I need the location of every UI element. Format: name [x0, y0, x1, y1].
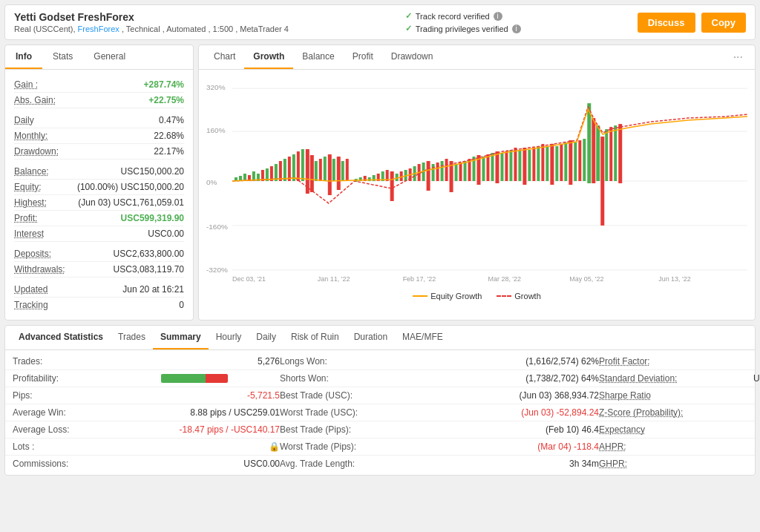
svg-rect-91 — [605, 129, 608, 181]
chart-tabs: Chart Growth Balance Profit Drawdown ··· — [199, 45, 755, 70]
stats-row-4: Average Win: 8.88 pips / USC259.01 Worst… — [5, 404, 755, 421]
tab-summary[interactable]: Summary — [153, 326, 209, 349]
copy-button[interactable]: Copy — [701, 13, 747, 33]
svg-rect-75 — [532, 148, 535, 181]
tab-general[interactable]: General — [83, 45, 136, 69]
longs-won-value: (1,616/2,574) 62% — [451, 356, 599, 367]
best-trade-usc-label: Best Trade (USC): — [280, 390, 451, 401]
svg-text:-160%: -160% — [206, 223, 228, 231]
tab-stats[interactable]: Stats — [42, 45, 83, 69]
svg-rect-53 — [432, 164, 435, 181]
svg-rect-80 — [555, 146, 558, 181]
svg-rect-67 — [495, 151, 499, 183]
svg-rect-73 — [522, 148, 526, 185]
svg-rect-55 — [441, 161, 444, 181]
svg-rect-34 — [341, 161, 344, 181]
stats-row-1: Trades: 5,276 Longs Won: (1,616/2,574) 6… — [5, 353, 755, 370]
shorts-won-label: Shorts Won: — [280, 373, 451, 384]
std-dev-value: USC5,266.44 — [733, 373, 760, 384]
svg-rect-69 — [505, 151, 508, 181]
discuss-button[interactable]: Discuss — [638, 13, 695, 33]
daily-label: Daily — [14, 115, 34, 125]
withdrawals-label: Withdrawals: — [14, 264, 65, 275]
svg-rect-65 — [486, 154, 489, 181]
tab-trades[interactable]: Trades — [111, 326, 153, 349]
ghpr-label[interactable]: GHPR: — [599, 459, 733, 469]
tab-daily[interactable]: Daily — [249, 326, 284, 349]
tab-duration[interactable]: Duration — [347, 326, 395, 349]
svg-rect-30 — [324, 157, 327, 181]
std-dev-label[interactable]: Standard Deviation: — [599, 373, 733, 384]
svg-rect-85 — [578, 140, 581, 181]
profitability-label: Profitability: — [13, 373, 161, 384]
profit-row: Profit: USC599,319.90 — [14, 211, 184, 226]
svg-rect-23 — [292, 154, 295, 181]
svg-rect-88 — [592, 118, 595, 183]
svg-rect-92 — [609, 127, 612, 181]
sharpe-label[interactable]: Sharpe Ratio — [599, 390, 733, 401]
ghpr-value: 0.00% — [733, 459, 760, 469]
chart-legend: Equity Growth Growth — [206, 292, 747, 301]
worst-trade-usc-label: Worst Trade (USC): — [280, 407, 451, 418]
profit-factor-value: 3.22 — [733, 356, 760, 367]
svg-rect-76 — [537, 146, 540, 181]
stats-row-2: Profitability: Shorts Won: (1,738/2,702)… — [5, 370, 755, 387]
left-panel-tabs: Info Stats General — [5, 45, 193, 70]
svg-rect-87 — [587, 103, 591, 183]
highest-label: Highest: — [14, 197, 47, 208]
pips-label: Pips: — [13, 390, 161, 401]
zscore-label[interactable]: Z-Score (Probability): — [599, 407, 733, 418]
svg-rect-28 — [315, 161, 318, 181]
svg-rect-25 — [301, 149, 304, 181]
avg-loss-label: Average Loss: — [13, 424, 161, 435]
zscore-value: -22.06 (99.99%) — [733, 407, 760, 418]
profit-value: USC599,319.90 — [121, 213, 184, 223]
track-record-info-icon[interactable]: i — [494, 12, 502, 21]
svg-text:160%: 160% — [206, 126, 226, 134]
svg-text:Jun 13, '22: Jun 13, '22 — [658, 275, 691, 283]
svg-rect-21 — [284, 159, 286, 181]
trades-value: 5,276 — [161, 356, 280, 367]
freshforex-link[interactable]: FreshForex — [78, 24, 119, 33]
withdrawals-row: Withdrawals: USC3,083,119.70 — [14, 262, 184, 278]
best-trade-usc-value: (Jun 03) 368,934.72 — [451, 390, 599, 401]
chart-area: 320% 160% 0% -160% -320% — [199, 70, 755, 307]
gain-label: Gain : — [14, 79, 38, 90]
svg-text:320%: 320% — [206, 83, 226, 91]
tab-info[interactable]: Info — [5, 45, 42, 69]
avg-trade-length-value: 3h 34m — [451, 459, 599, 469]
chart-tab-chart[interactable]: Chart — [205, 45, 244, 69]
stats-row-5: Average Loss: -18.47 pips / -USC140.17 B… — [5, 421, 755, 439]
svg-text:0%: 0% — [206, 178, 217, 186]
chart-tab-growth[interactable]: Growth — [244, 45, 293, 69]
trading-privileges-info-icon[interactable]: i — [512, 24, 521, 33]
worst-trade-pips-label: Worst Trade (Pips): — [280, 441, 451, 452]
chart-tab-drawdown[interactable]: Drawdown — [382, 45, 442, 69]
best-trade-pips-value: (Feb 10) 46.4 — [451, 424, 599, 435]
svg-rect-59 — [459, 162, 462, 181]
stats-row-6: Lots : 🔒 Worst Trade (Pips): (Mar 04) -1… — [5, 439, 755, 456]
expectancy-value: -1.1 Pips / USC113.59 — [733, 424, 760, 435]
stats-row-7: Commissions: USC0.00 Avg. Trade Length: … — [5, 456, 755, 472]
svg-rect-31 — [328, 154, 332, 195]
ahpr-label[interactable]: AHPR: — [599, 441, 733, 452]
svg-rect-60 — [464, 161, 467, 181]
balance-label: Balance: — [14, 166, 49, 177]
tab-mae-mfe[interactable]: MAE/MFE — [395, 326, 451, 349]
tab-risk-of-ruin[interactable]: Risk of Ruin — [284, 326, 347, 349]
tab-hourly[interactable]: Hourly — [209, 326, 249, 349]
monthly-value: 22.68% — [154, 131, 184, 141]
legend-equity-line — [413, 295, 428, 297]
chart-tab-profit[interactable]: Profit — [344, 45, 382, 69]
legend-growth: Growth — [497, 292, 540, 301]
svg-text:Mar 28, '22: Mar 28, '22 — [488, 275, 521, 283]
chart-tab-balance[interactable]: Balance — [293, 45, 343, 69]
header-actions: Discuss Copy — [638, 13, 746, 33]
lots-lock-icon: 🔒 — [161, 441, 280, 452]
expectancy-label[interactable]: Expectancy — [599, 424, 733, 435]
chart-more-icon[interactable]: ··· — [727, 47, 749, 67]
profit-factor-label[interactable]: Profit Factor: — [599, 356, 733, 367]
svg-rect-94 — [618, 124, 622, 183]
svg-rect-54 — [436, 162, 439, 181]
account-title: Yetti Godset FreshForex — [14, 11, 289, 23]
